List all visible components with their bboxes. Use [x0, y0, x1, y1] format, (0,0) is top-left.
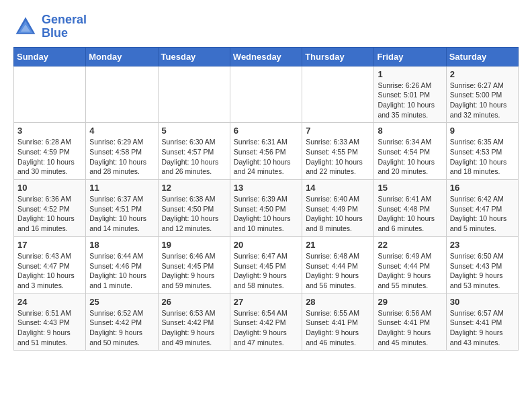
day-number: 27	[234, 297, 298, 307]
logo: General Blue	[13, 13, 87, 40]
day-info: Sunrise: 6:52 AM Sunset: 4:42 PM Dayligh…	[89, 308, 154, 348]
day-number: 9	[450, 126, 515, 136]
day-number: 8	[378, 126, 442, 136]
calendar-cell: 24Sunrise: 6:51 AM Sunset: 4:43 PM Dayli…	[14, 293, 86, 351]
day-number: 30	[450, 297, 515, 307]
day-info: Sunrise: 6:35 AM Sunset: 4:53 PM Dayligh…	[450, 137, 515, 177]
calendar-cell: 8Sunrise: 6:34 AM Sunset: 4:54 PM Daylig…	[374, 123, 446, 180]
calendar-cell: 12Sunrise: 6:38 AM Sunset: 4:50 PM Dayli…	[158, 180, 230, 237]
day-number: 24	[17, 297, 82, 307]
day-number: 29	[378, 297, 442, 307]
calendar-cell: 9Sunrise: 6:35 AM Sunset: 4:53 PM Daylig…	[446, 123, 518, 180]
day-info: Sunrise: 6:54 AM Sunset: 4:42 PM Dayligh…	[234, 308, 298, 348]
calendar-cell: 6Sunrise: 6:31 AM Sunset: 4:56 PM Daylig…	[230, 123, 302, 180]
calendar-week-row: 24Sunrise: 6:51 AM Sunset: 4:43 PM Dayli…	[14, 293, 519, 351]
day-info: Sunrise: 6:41 AM Sunset: 4:48 PM Dayligh…	[378, 194, 442, 234]
day-info: Sunrise: 6:33 AM Sunset: 4:55 PM Dayligh…	[306, 137, 370, 177]
day-info: Sunrise: 6:30 AM Sunset: 4:57 PM Dayligh…	[162, 137, 226, 177]
calendar-cell: 26Sunrise: 6:53 AM Sunset: 4:42 PM Dayli…	[158, 293, 230, 351]
day-info: Sunrise: 6:39 AM Sunset: 4:50 PM Dayligh…	[234, 194, 298, 234]
day-number: 10	[17, 183, 82, 193]
page: General Blue SundayMondayTuesdayWednesda…	[0, 0, 532, 357]
calendar-cell: 23Sunrise: 6:50 AM Sunset: 4:43 PM Dayli…	[446, 236, 518, 293]
day-info: Sunrise: 6:43 AM Sunset: 4:47 PM Dayligh…	[17, 251, 82, 291]
calendar-cell	[158, 66, 230, 123]
day-number: 23	[450, 240, 515, 250]
calendar-cell: 30Sunrise: 6:57 AM Sunset: 4:41 PM Dayli…	[446, 293, 518, 351]
day-info: Sunrise: 6:57 AM Sunset: 4:41 PM Dayligh…	[450, 308, 515, 348]
day-info: Sunrise: 6:26 AM Sunset: 5:01 PM Dayligh…	[378, 81, 442, 120]
calendar-cell: 7Sunrise: 6:33 AM Sunset: 4:55 PM Daylig…	[302, 123, 374, 180]
calendar-week-row: 3Sunrise: 6:28 AM Sunset: 4:59 PM Daylig…	[14, 123, 519, 180]
day-number: 28	[306, 297, 370, 307]
calendar-cell: 14Sunrise: 6:40 AM Sunset: 4:49 PM Dayli…	[302, 180, 374, 237]
day-info: Sunrise: 6:53 AM Sunset: 4:42 PM Dayligh…	[162, 308, 226, 348]
day-number: 13	[234, 183, 298, 193]
day-info: Sunrise: 6:46 AM Sunset: 4:45 PM Dayligh…	[162, 251, 226, 291]
calendar-cell	[230, 66, 302, 123]
day-number: 14	[306, 183, 370, 193]
calendar-day-header: Monday	[86, 47, 158, 66]
day-info: Sunrise: 6:40 AM Sunset: 4:49 PM Dayligh…	[306, 194, 370, 234]
calendar-cell	[302, 66, 374, 123]
day-info: Sunrise: 6:49 AM Sunset: 4:44 PM Dayligh…	[378, 251, 442, 291]
calendar-cell: 17Sunrise: 6:43 AM Sunset: 4:47 PM Dayli…	[14, 236, 86, 293]
calendar-cell: 13Sunrise: 6:39 AM Sunset: 4:50 PM Dayli…	[230, 180, 302, 237]
day-info: Sunrise: 6:55 AM Sunset: 4:41 PM Dayligh…	[306, 308, 370, 348]
day-number: 7	[306, 126, 370, 136]
calendar-cell: 20Sunrise: 6:47 AM Sunset: 4:45 PM Dayli…	[230, 236, 302, 293]
calendar-cell	[86, 66, 158, 123]
day-number: 15	[378, 183, 442, 193]
header: General Blue	[13, 13, 519, 40]
calendar-cell: 21Sunrise: 6:48 AM Sunset: 4:44 PM Dayli…	[302, 236, 374, 293]
day-number: 19	[162, 240, 226, 250]
day-number: 21	[306, 240, 370, 250]
calendar-cell: 18Sunrise: 6:44 AM Sunset: 4:46 PM Dayli…	[86, 236, 158, 293]
day-info: Sunrise: 6:56 AM Sunset: 4:41 PM Dayligh…	[378, 308, 442, 348]
calendar-cell: 29Sunrise: 6:56 AM Sunset: 4:41 PM Dayli…	[374, 293, 446, 351]
day-number: 3	[17, 126, 82, 136]
day-number: 6	[234, 126, 298, 136]
logo-text: General Blue	[42, 13, 87, 40]
calendar-week-row: 10Sunrise: 6:36 AM Sunset: 4:52 PM Dayli…	[14, 180, 519, 237]
day-number: 22	[378, 240, 442, 250]
day-info: Sunrise: 6:34 AM Sunset: 4:54 PM Dayligh…	[378, 137, 442, 177]
day-info: Sunrise: 6:48 AM Sunset: 4:44 PM Dayligh…	[306, 251, 370, 291]
day-info: Sunrise: 6:37 AM Sunset: 4:51 PM Dayligh…	[89, 194, 154, 234]
calendar-cell: 11Sunrise: 6:37 AM Sunset: 4:51 PM Dayli…	[86, 180, 158, 237]
calendar-header-row: SundayMondayTuesdayWednesdayThursdayFrid…	[14, 47, 519, 66]
day-info: Sunrise: 6:51 AM Sunset: 4:43 PM Dayligh…	[17, 308, 82, 348]
calendar-cell: 3Sunrise: 6:28 AM Sunset: 4:59 PM Daylig…	[14, 123, 86, 180]
calendar-week-row: 17Sunrise: 6:43 AM Sunset: 4:47 PM Dayli…	[14, 236, 519, 293]
calendar-cell: 22Sunrise: 6:49 AM Sunset: 4:44 PM Dayli…	[374, 236, 446, 293]
day-number: 4	[89, 126, 154, 136]
calendar-cell: 27Sunrise: 6:54 AM Sunset: 4:42 PM Dayli…	[230, 293, 302, 351]
day-number: 26	[162, 297, 226, 307]
day-number: 12	[162, 183, 226, 193]
day-number: 2	[450, 69, 515, 79]
calendar-week-row: 1Sunrise: 6:26 AM Sunset: 5:01 PM Daylig…	[14, 66, 519, 123]
day-number: 20	[234, 240, 298, 250]
calendar-cell: 19Sunrise: 6:46 AM Sunset: 4:45 PM Dayli…	[158, 236, 230, 293]
day-number: 1	[378, 69, 442, 79]
calendar-cell: 2Sunrise: 6:27 AM Sunset: 5:00 PM Daylig…	[446, 66, 518, 123]
day-info: Sunrise: 6:36 AM Sunset: 4:52 PM Dayligh…	[17, 194, 82, 234]
calendar-cell: 10Sunrise: 6:36 AM Sunset: 4:52 PM Dayli…	[14, 180, 86, 237]
calendar-day-header: Friday	[374, 47, 446, 66]
day-info: Sunrise: 6:44 AM Sunset: 4:46 PM Dayligh…	[89, 251, 154, 291]
calendar-table: SundayMondayTuesdayWednesdayThursdayFrid…	[13, 47, 519, 351]
day-info: Sunrise: 6:27 AM Sunset: 5:00 PM Dayligh…	[450, 81, 515, 120]
calendar-cell: 28Sunrise: 6:55 AM Sunset: 4:41 PM Dayli…	[302, 293, 374, 351]
calendar-day-header: Sunday	[14, 47, 86, 66]
day-number: 11	[89, 183, 154, 193]
day-info: Sunrise: 6:42 AM Sunset: 4:47 PM Dayligh…	[450, 194, 515, 234]
day-number: 18	[89, 240, 154, 250]
calendar-cell: 25Sunrise: 6:52 AM Sunset: 4:42 PM Dayli…	[86, 293, 158, 351]
calendar-day-header: Saturday	[446, 47, 518, 66]
calendar-cell: 15Sunrise: 6:41 AM Sunset: 4:48 PM Dayli…	[374, 180, 446, 237]
day-info: Sunrise: 6:47 AM Sunset: 4:45 PM Dayligh…	[234, 251, 298, 291]
calendar-cell	[14, 66, 86, 123]
calendar-cell: 1Sunrise: 6:26 AM Sunset: 5:01 PM Daylig…	[374, 66, 446, 123]
day-info: Sunrise: 6:29 AM Sunset: 4:58 PM Dayligh…	[89, 137, 154, 177]
calendar-cell: 16Sunrise: 6:42 AM Sunset: 4:47 PM Dayli…	[446, 180, 518, 237]
